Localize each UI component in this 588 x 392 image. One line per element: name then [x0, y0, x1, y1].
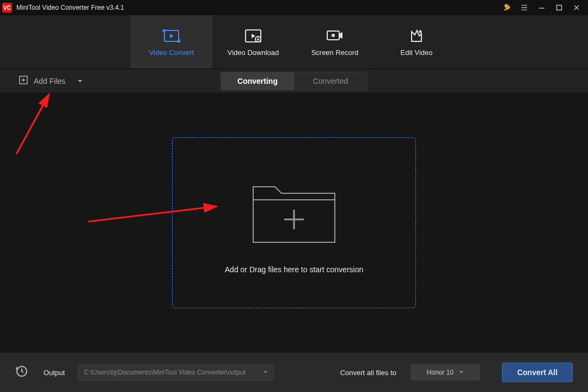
convert-icon — [162, 28, 181, 44]
tab-edit-video[interactable]: Edit Video — [376, 15, 457, 69]
chevron-down-icon[interactable] — [77, 77, 83, 85]
titlebar: VC MiniTool Video Converter Free v3.4.1 — [0, 0, 588, 15]
svg-point-5 — [332, 34, 335, 37]
preset-text: Honor 10 — [427, 369, 454, 376]
dropzone[interactable]: Add or Drag files here to start conversi… — [172, 137, 416, 308]
record-icon — [326, 28, 344, 44]
download-icon — [244, 28, 262, 44]
tab-video-download[interactable]: Video Download — [212, 15, 294, 69]
chevron-down-icon — [263, 369, 268, 376]
minimize-icon[interactable] — [538, 4, 546, 11]
folder-add-icon — [248, 171, 340, 250]
tab-label: Edit Video — [400, 48, 432, 57]
menu-icon[interactable] — [520, 4, 528, 11]
annotation-arrow-1 — [12, 90, 61, 161]
segment-converted[interactable]: Converted — [294, 72, 367, 90]
status-segment: Converting Converted — [220, 72, 367, 90]
output-path-select[interactable]: C:\Users\bj\Documents\MiniTool Video Con… — [78, 364, 274, 381]
output-path-text: C:\Users\bj\Documents\MiniTool Video Con… — [84, 369, 246, 376]
history-icon[interactable] — [15, 365, 28, 380]
tab-label: Video Download — [228, 48, 279, 57]
chevron-down-icon — [459, 369, 464, 376]
edit-icon — [408, 28, 425, 44]
convert-all-to-label: Convert all files to — [340, 369, 396, 377]
add-files-button[interactable]: Add Files — [0, 75, 83, 87]
bottom-bar: Output C:\Users\bj\Documents\MiniTool Vi… — [0, 353, 588, 392]
main-area: Add or Drag files here to start conversi… — [0, 93, 588, 353]
maximize-icon[interactable] — [555, 4, 563, 11]
segment-converting[interactable]: Converting — [221, 72, 294, 90]
convert-all-label: Convert All — [517, 368, 558, 377]
add-file-plus-icon — [19, 75, 28, 87]
svg-point-6 — [419, 30, 422, 33]
tab-screen-record[interactable]: Screen Record — [294, 15, 376, 69]
app-logo-icon: VC — [2, 3, 12, 13]
convert-all-button[interactable]: Convert All — [502, 363, 573, 382]
window-controls — [503, 4, 586, 11]
output-label: Output — [44, 369, 65, 377]
dropzone-text: Add or Drag files here to start conversi… — [225, 265, 363, 274]
key-icon[interactable] — [503, 4, 511, 11]
add-files-label: Add Files — [34, 77, 65, 85]
close-icon[interactable] — [573, 4, 580, 11]
svg-rect-0 — [557, 5, 562, 10]
window-title: MiniTool Video Converter Free v3.4.1 — [16, 4, 503, 11]
toolbar: Add Files Converting Converted — [0, 69, 588, 93]
output-preset-select[interactable]: Honor 10 — [411, 364, 480, 381]
svg-line-8 — [16, 94, 49, 154]
tab-label: Video Convert — [149, 48, 194, 57]
app-window: VC MiniTool Video Converter Free v3.4.1 — [0, 0, 588, 392]
tab-label: Screen Record — [311, 48, 359, 57]
tab-video-convert[interactable]: Video Convert — [131, 15, 212, 69]
main-nav: Video Convert Video Download — [0, 15, 588, 69]
